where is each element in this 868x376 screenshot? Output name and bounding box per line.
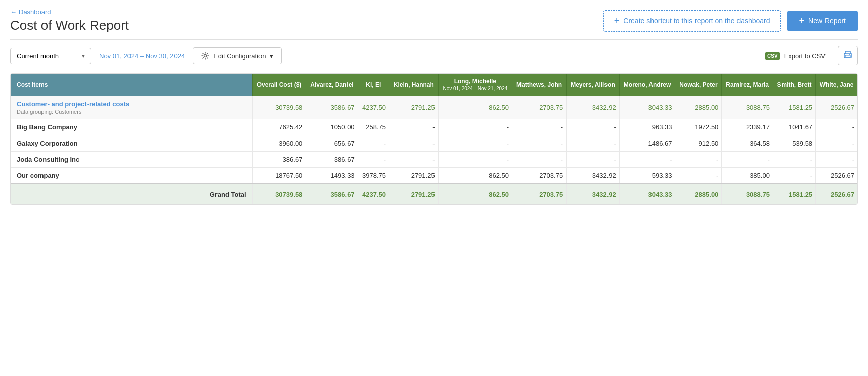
grand-total-nowak: 2885.00	[675, 184, 722, 204]
group-meyers: 3432.92	[567, 96, 620, 119]
col-header-ramirez: Ramirez, Maria	[722, 74, 773, 96]
grand-total-white: 2526.67	[816, 184, 857, 204]
header-right: + Create shortcut to this report on the …	[603, 10, 858, 32]
group-name-cell: Customer- and project-related costs Data…	[11, 96, 252, 119]
row-galaxy-klein: -	[389, 135, 438, 152]
col-header-ki-el: Kl, El	[358, 74, 389, 96]
col-header-smith: Smith, Brett	[773, 74, 815, 96]
row-ourcompany-long: 862.50	[438, 168, 512, 184]
row-ourcompany-matthews: 2703.75	[512, 168, 567, 184]
row-ourcompany-white: 2526.67	[816, 168, 857, 184]
row-ourcompany-moreno: 593.33	[619, 168, 675, 184]
create-shortcut-button[interactable]: + Create shortcut to this report on the …	[603, 10, 781, 32]
row-big-bang-matthews: -	[512, 119, 567, 135]
grand-total-label: Grand Total	[11, 184, 252, 204]
table-row: Galaxy Corporation 3960.00 656.67 - - - …	[11, 135, 857, 152]
row-name-ourcompany: Our company	[11, 168, 252, 184]
group-ki-el: 4237.50	[358, 96, 389, 119]
row-ourcompany-overall: 18767.50	[252, 168, 306, 184]
row-ourcompany-klein: 2791.25	[389, 168, 438, 184]
group-white: 2526.67	[816, 96, 857, 119]
header-divider	[10, 39, 858, 40]
month-select-wrapper: Current month ▼	[10, 48, 91, 64]
edit-config-button[interactable]: Edit Configuration ▾	[193, 47, 282, 64]
svg-rect-3	[845, 55, 850, 57]
col-header-moreno: Moreno, Andrew	[619, 74, 675, 96]
print-icon	[843, 51, 852, 59]
row-ourcompany-nowak: -	[675, 168, 722, 184]
row-joda-nowak: -	[675, 152, 722, 168]
col-header-matthews: Matthews, John	[512, 74, 567, 96]
group-overall-cost: 30739.58	[252, 96, 306, 119]
group-smith: 1581.25	[773, 96, 815, 119]
table-row: Big Bang Company 7625.42 1050.00 258.75 …	[11, 119, 857, 135]
group-title: Customer- and project-related costs	[17, 100, 249, 108]
group-moreno: 3043.33	[619, 96, 675, 119]
table-header-row: Cost Items Overall Cost ($) Alvarez, Dan…	[11, 74, 857, 96]
table-row: Our company 18767.50 1493.33 3978.75 279…	[11, 168, 857, 184]
row-joda-meyers: -	[567, 152, 620, 168]
export-csv-button[interactable]: CSV Export to CSV	[759, 48, 832, 64]
row-big-bang-meyers: -	[567, 119, 620, 135]
svg-point-4	[849, 54, 850, 55]
col-header-overall-cost: Overall Cost ($)	[252, 74, 306, 96]
grand-total-long: 862.50	[438, 184, 512, 204]
row-joda-white: -	[816, 152, 857, 168]
row-big-bang-alvarez: 1050.00	[306, 119, 358, 135]
edit-config-arrow-icon: ▾	[270, 52, 273, 60]
print-button[interactable]	[838, 46, 858, 65]
page-header: ← Dashboard Cost of Work Report + Create…	[10, 8, 858, 33]
col-header-long: Long, Michelle Nov 01, 2024 - Nov 21, 20…	[438, 74, 512, 96]
row-galaxy-white: -	[816, 135, 857, 152]
row-joda-overall: 386.67	[252, 152, 306, 168]
group-nowak: 2885.00	[675, 96, 722, 119]
row-galaxy-alvarez: 656.67	[306, 135, 358, 152]
row-galaxy-moreno: 1486.67	[619, 135, 675, 152]
row-galaxy-ki-el: -	[358, 135, 389, 152]
row-galaxy-nowak: 912.50	[675, 135, 722, 152]
svg-rect-2	[845, 51, 850, 54]
row-joda-matthews: -	[512, 152, 567, 168]
shortcut-plus-icon: +	[614, 16, 620, 26]
group-long: 862.50	[438, 96, 512, 119]
svg-point-0	[204, 55, 207, 57]
grand-total-ki-el: 4237.50	[358, 184, 389, 204]
col-header-meyers: Meyers, Allison	[567, 74, 620, 96]
row-joda-ramirez: -	[722, 152, 773, 168]
edit-config-label: Edit Configuration	[213, 52, 266, 60]
row-big-bang-moreno: 963.33	[619, 119, 675, 135]
export-csv-label: Export to CSV	[784, 52, 826, 60]
row-galaxy-long: -	[438, 135, 512, 152]
group-matthews: 2703.75	[512, 96, 567, 119]
row-name-big-bang: Big Bang Company	[11, 119, 252, 135]
group-klein: 2791.25	[389, 96, 438, 119]
new-report-button[interactable]: + New Report	[787, 11, 858, 31]
grand-total-alvarez: 3586.67	[306, 184, 358, 204]
page-container: ← Dashboard Cost of Work Report + Create…	[0, 0, 868, 213]
page-title: Cost of Work Report	[10, 18, 129, 33]
col-header-klein: Klein, Hannah	[389, 74, 438, 96]
shortcut-label: Create shortcut to this report on the da…	[623, 17, 770, 25]
back-link-label: Dashboard	[19, 8, 51, 16]
row-joda-ki-el: -	[358, 152, 389, 168]
row-big-bang-ramirez: 2339.17	[722, 119, 773, 135]
table-row: Joda Consulting Inc 386.67 386.67 - - - …	[11, 152, 857, 168]
row-joda-long: -	[438, 152, 512, 168]
group-subtitle: Data grouping: Customers	[17, 109, 249, 115]
month-select[interactable]: Current month	[10, 48, 91, 64]
date-range-link[interactable]: Nov 01, 2024 – Nov 30, 2024	[99, 52, 185, 60]
row-ourcompany-ramirez: 385.00	[722, 168, 773, 184]
row-big-bang-nowak: 1972.50	[675, 119, 722, 135]
grand-total-matthews: 2703.75	[512, 184, 567, 204]
row-big-bang-smith: 1041.67	[773, 119, 815, 135]
grand-total-moreno: 3043.33	[619, 184, 675, 204]
csv-icon: CSV	[765, 52, 780, 60]
new-report-plus-icon: +	[799, 16, 805, 26]
row-galaxy-smith: 539.58	[773, 135, 815, 152]
back-link[interactable]: ← Dashboard	[10, 8, 129, 16]
row-big-bang-long: -	[438, 119, 512, 135]
grand-total-ramirez: 3088.75	[722, 184, 773, 204]
toolbar-right: CSV Export to CSV	[759, 46, 858, 65]
row-joda-moreno: -	[619, 152, 675, 168]
grand-total-row: Grand Total 30739.58 3586.67 4237.50 279…	[11, 184, 857, 204]
